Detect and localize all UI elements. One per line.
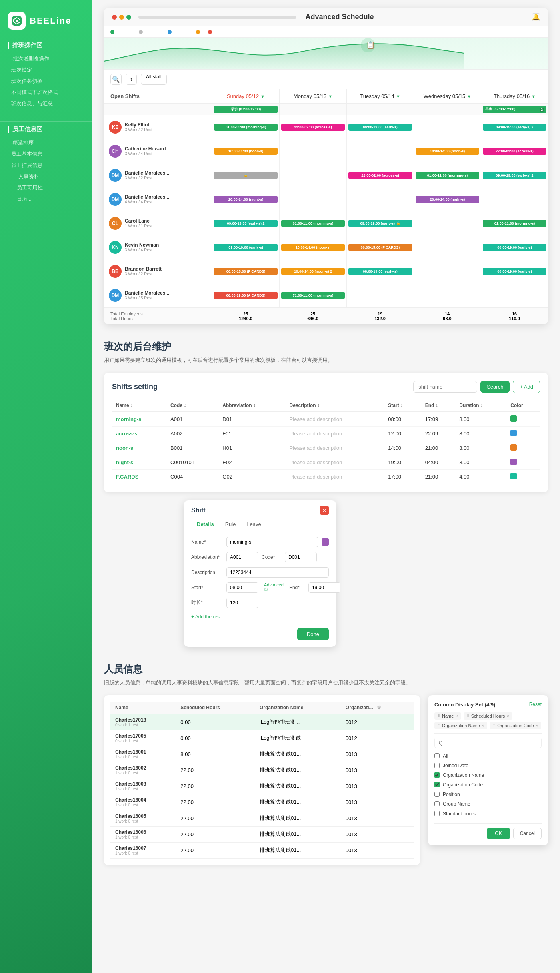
shift-tag-2-4[interactable]: 09:00-19:00 (early-s) 2: [483, 172, 546, 179]
shift-tag-5-4[interactable]: 00:00-19:00 (early-s): [483, 244, 546, 251]
shift-search-button[interactable]: Search: [480, 381, 510, 393]
day-thursday[interactable]: Thursday 05/16 ▼: [481, 89, 548, 103]
shift-name-4[interactable]: F.CARDS: [112, 469, 166, 484]
ok-button[interactable]: OK: [487, 828, 510, 839]
col-checkbox-3[interactable]: [434, 782, 440, 787]
desc-row: Description: [191, 567, 329, 578]
shift-tag-0-2[interactable]: 09:00-19:00 (early-s): [348, 124, 412, 131]
shift-tag-4-1[interactable]: 01:00-11:00 (morning-s): [281, 220, 345, 227]
sidebar-item-8[interactable]: 员工扩展信息: [8, 160, 84, 171]
modal-tab-details[interactable]: Details: [191, 519, 220, 530]
open-shift-thu[interactable]: 早班 (07:00-12:00)2: [483, 106, 546, 113]
shift-tag-5-2[interactable]: 06:00-15:00 (F CARDS): [348, 244, 412, 251]
sidebar-item-11[interactable]: 日历...: [14, 193, 84, 205]
shift-tag-1-3[interactable]: 10:00-14:00 (noon-s): [416, 148, 479, 155]
col-checkbox-1[interactable]: [434, 763, 440, 768]
col-checkbox-4[interactable]: [434, 792, 440, 797]
emp-meta-2: 3 Work / 2 Rest: [125, 176, 207, 180]
code-input[interactable]: [285, 552, 317, 562]
col-code[interactable]: Code ↕: [166, 399, 218, 412]
sort-button[interactable]: ↕: [126, 74, 137, 85]
col-desc[interactable]: Description ↕: [286, 399, 384, 412]
shift-tag-5-0[interactable]: 09:00-19:00 (early-s): [214, 244, 278, 251]
start-input[interactable]: [226, 582, 258, 593]
shift-tag-2-2[interactable]: 22:00-02:00 (across-s): [348, 172, 412, 179]
col-checkbox-6[interactable]: [434, 811, 440, 816]
col-search-input[interactable]: [434, 738, 542, 748]
shift-tag-1-4[interactable]: 22:00-02:00 (across-s): [483, 148, 546, 155]
modal-tab-rule[interactable]: Rule: [220, 519, 242, 530]
shift-tag-4-2[interactable]: 09:00-19:00 (early-s) 🔒: [348, 220, 412, 227]
shift-tag-6-0[interactable]: 06:00-15:00 (F CARDS): [214, 268, 278, 275]
shift-name-3[interactable]: night-s: [112, 455, 166, 469]
col-end[interactable]: End ↕: [421, 399, 456, 412]
day-monday[interactable]: Monday 05/13 ▼: [279, 89, 346, 103]
bell-icon[interactable]: 🔔: [532, 13, 540, 21]
sidebar-item-3[interactable]: 班次任务切换: [8, 76, 84, 87]
day-wednesday[interactable]: Wednesday 05/15 ▼: [414, 89, 481, 103]
sidebar-item-10[interactable]: 员工可用性: [14, 182, 84, 193]
shift-tag-0-4[interactable]: 09:00-15:00 (early-s) 2: [483, 124, 546, 131]
open-shift-sun[interactable]: 早班 (07:00-12:00): [214, 106, 278, 113]
desc-input[interactable]: [226, 567, 329, 578]
shift-tag-6-2[interactable]: 08:00-19:00 (early-s): [348, 268, 412, 275]
shift-tag-2-0[interactable]: 🔒: [214, 172, 278, 179]
col-tag-3[interactable]: ⠿Organization Code×: [490, 722, 541, 729]
col-tag-2[interactable]: ⠿Organization Name×: [434, 722, 487, 729]
sidebar-item-5[interactable]: 班次信息、与汇总: [8, 98, 84, 109]
cancel-button[interactable]: Cancel: [513, 828, 542, 839]
shift-tag-6-4[interactable]: 00:00-19:00 (early-s): [483, 268, 546, 275]
rest-input[interactable]: [226, 598, 258, 608]
shift-name-0[interactable]: morning-s: [112, 412, 166, 427]
shift-name-1[interactable]: across-s: [112, 426, 166, 441]
shift-tag-7-1[interactable]: 71:00-11:00 (morning-s): [281, 292, 345, 299]
color-picker-button[interactable]: [322, 538, 329, 546]
col-checkbox-2[interactable]: [434, 772, 440, 778]
sidebar-item-9[interactable]: -人事资料: [14, 171, 84, 182]
shift-end-4: 21:00: [421, 469, 456, 484]
col-duration[interactable]: Duration ↕: [455, 399, 506, 412]
staff-filter-button[interactable]: All staff: [141, 74, 167, 85]
col-tag-1[interactable]: ⠿Scheduled Hours×: [464, 712, 512, 720]
sidebar-item-2[interactable]: 班次锁定: [8, 64, 84, 76]
gear-icon[interactable]: ⚙: [377, 705, 381, 710]
sidebar-item-4[interactable]: 不同模式下班次格式: [8, 87, 84, 98]
modal-tab-leave[interactable]: Leave: [241, 519, 266, 530]
shift-code-2: B001: [166, 441, 218, 455]
add-rest-button[interactable]: + Add the rest: [191, 614, 221, 620]
reset-button[interactable]: Reset: [529, 702, 542, 707]
name-input[interactable]: [226, 537, 318, 547]
shift-tag-2-3[interactable]: 01:00-11:00 (morning-s): [416, 172, 479, 179]
modal-close-button[interactable]: ✕: [320, 506, 329, 515]
abbr-input[interactable]: [226, 552, 258, 562]
search-button[interactable]: 🔍: [110, 74, 122, 85]
day-sunday[interactable]: Sunday 05/12 ▼: [212, 89, 279, 103]
sidebar-item-1[interactable]: -批次增删改操作: [8, 53, 84, 64]
shift-tag-1-0[interactable]: 10:00-14:00 (noon-s): [214, 148, 278, 155]
sidebar-item-7[interactable]: 员工基本信息: [8, 148, 84, 160]
shift-tag-4-4[interactable]: 01:00-11:00 (morning-s): [483, 220, 546, 227]
shift-add-button[interactable]: + Add: [513, 381, 540, 393]
sidebar-item-6[interactable]: -筛选排序: [8, 137, 84, 148]
day-tuesday[interactable]: Tuesday 05/14 ▼: [346, 89, 414, 103]
col-abbr[interactable]: Abbreviation ↕: [218, 399, 285, 412]
shift-tag-0-1[interactable]: 22:00-02:00 (across-s): [281, 124, 345, 131]
shift-tag-3-3[interactable]: 20:00-24:00 (night-s): [416, 196, 479, 203]
shift-tag-0-0[interactable]: 01:00-11:00 (morning-s): [214, 124, 278, 131]
advanced-button[interactable]: Advanced ①: [262, 582, 286, 592]
end-input[interactable]: [308, 582, 340, 593]
col-name[interactable]: Name ↕: [112, 399, 166, 412]
col-tag-0[interactable]: ⠿Name×: [434, 712, 461, 720]
shift-tag-7-0[interactable]: 06:00-19:00 (A CARDS): [214, 292, 278, 299]
shift-tag-3-0[interactable]: 20:00-24:00 (night-s): [214, 196, 278, 203]
col-checkbox-0[interactable]: [434, 753, 440, 758]
done-button[interactable]: Done: [297, 628, 329, 640]
col-option-4: Position: [434, 790, 542, 799]
shift-tag-6-1[interactable]: 10:00-14:00 (noon-s) 2: [281, 268, 345, 275]
col-checkbox-5[interactable]: [434, 801, 440, 806]
shift-search-input[interactable]: [413, 381, 477, 393]
col-start[interactable]: Start ↕: [384, 399, 421, 412]
shift-name-2[interactable]: noon-s: [112, 441, 166, 455]
shift-tag-4-0[interactable]: 09:00-19:00 (early-s) 2: [214, 220, 278, 227]
shift-tag-5-1[interactable]: 10:00-14:00 (noon-s): [281, 244, 345, 251]
